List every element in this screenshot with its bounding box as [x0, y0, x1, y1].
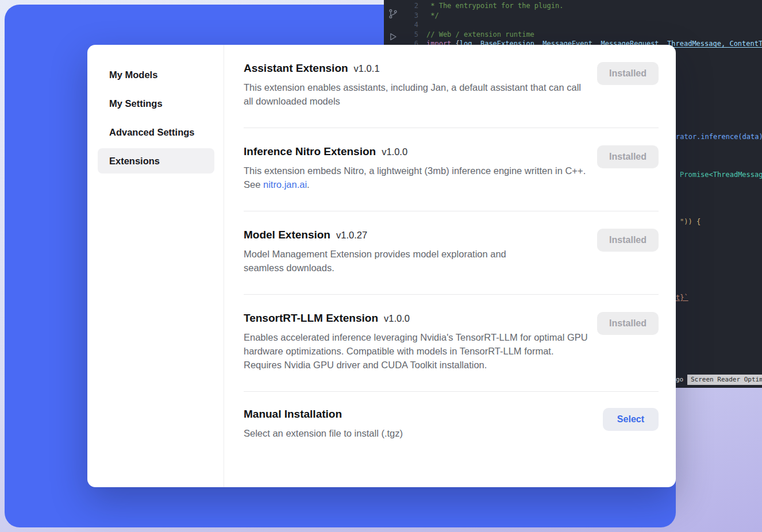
manual-installation-title: Manual Installation [244, 408, 342, 421]
code-comment: */ [426, 11, 439, 21]
extension-row-model: Model Extension v1.0.27 Model Management… [244, 211, 659, 295]
sidebar-item-extensions[interactable]: Extensions [98, 148, 214, 174]
select-file-button[interactable]: Select [603, 408, 659, 431]
code-fragment: t}` [676, 294, 688, 302]
statusbar-text: go [676, 376, 683, 383]
code-fragment: ")) { [680, 218, 701, 226]
extension-version: v1.0.0 [382, 147, 407, 157]
source-control-icon [387, 8, 399, 20]
code-fragment: rator.inference(data)); [676, 133, 762, 141]
line-number: 5 [406, 30, 426, 40]
extension-title: TensortRT-LLM Extension [244, 312, 378, 325]
manual-installation-row: Manual Installation Select an extension … [244, 392, 659, 440]
extension-row-assistant: Assistant Extension v1.0.1 This extensio… [244, 45, 659, 128]
extension-description: This extension enables assistants, inclu… [244, 80, 588, 108]
code-line: 3 */ [406, 11, 762, 21]
extension-title: Inference Nitro Extension [244, 145, 376, 158]
extension-title: Assistant Extension [244, 62, 348, 75]
extension-description: This extension embeds Nitro, a lightweig… [244, 164, 588, 191]
installed-button[interactable]: Installed [597, 145, 659, 168]
line-number: 3 [406, 11, 426, 21]
screen-reader-notice: Screen Reader Optimize [687, 375, 762, 385]
settings-modal: My Models My Settings Advanced Settings … [87, 45, 676, 487]
line-number: 4 [406, 20, 426, 30]
manual-installation-description: Select an extension file to install (.tg… [244, 426, 403, 440]
installed-button[interactable]: Installed [597, 62, 659, 85]
extension-info: Assistant Extension v1.0.1 This extensio… [244, 62, 588, 108]
extension-title: Model Extension [244, 229, 330, 241]
description-text: . [307, 179, 310, 190]
extension-info: Manual Installation Select an extension … [244, 408, 403, 440]
extension-version: v1.0.0 [384, 313, 410, 324]
installed-button[interactable]: Installed [597, 229, 659, 252]
extension-description: Enables accelerated inference leveraging… [244, 330, 588, 372]
code-line: 4 [406, 20, 762, 30]
code-line: 2 * The entrypoint for the plugin. [406, 1, 762, 11]
extension-description: Model Management Extension provides mode… [244, 247, 542, 275]
extension-version: v1.0.1 [354, 63, 380, 74]
sidebar-item-my-settings[interactable]: My Settings [98, 91, 214, 116]
code-comment: // Web / extension runtime [426, 30, 534, 40]
editor-code-area: 2 * The entrypoint for the plugin. 3 */ … [406, 1, 762, 49]
extensions-panel: Assistant Extension v1.0.1 This extensio… [224, 45, 676, 487]
extension-row-tensorrt: TensortRT-LLM Extension v1.0.0 Enables a… [244, 295, 659, 392]
line-number: 2 [406, 1, 426, 11]
extension-info: Inference Nitro Extension v1.0.0 This ex… [244, 145, 588, 191]
code-line: 5 // Web / extension runtime [406, 30, 762, 40]
run-debug-icon [387, 31, 399, 43]
installed-button[interactable]: Installed [597, 312, 659, 335]
sidebar-item-my-models[interactable]: My Models [98, 62, 214, 87]
extension-info: Model Extension v1.0.27 Model Management… [244, 229, 542, 275]
extension-info: TensortRT-LLM Extension v1.0.0 Enables a… [244, 312, 588, 372]
code-comment: * The entrypoint for the plugin. [426, 1, 563, 11]
settings-sidebar: My Models My Settings Advanced Settings … [87, 45, 224, 487]
sidebar-item-advanced-settings[interactable]: Advanced Settings [98, 119, 214, 145]
extension-row-nitro: Inference Nitro Extension v1.0.0 This ex… [244, 128, 659, 211]
nitro-link[interactable]: nitro.jan.ai [263, 179, 307, 190]
extension-version: v1.0.27 [336, 230, 367, 241]
page: 2 * The entrypoint for the plugin. 3 */ … [0, 0, 762, 532]
code-fragment: Promise<ThreadMessage> [680, 171, 762, 179]
